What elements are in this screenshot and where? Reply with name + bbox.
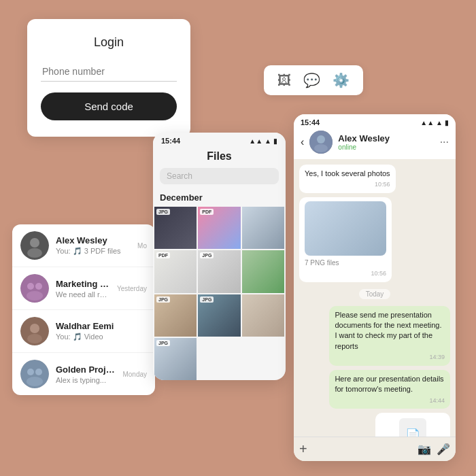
chat-status-icons: ▲▲ ▲ ▮ <box>420 118 449 126</box>
message-time: 10:56 <box>305 180 390 189</box>
file-thumb-8[interactable]: JPG <box>198 294 240 337</box>
avatar-marketing <box>20 274 49 303</box>
battery-icon: ▮ <box>273 137 277 145</box>
chat-icon[interactable]: 💬 <box>303 72 320 88</box>
file-thumb-10[interactable]: JPG <box>154 338 197 380</box>
files-search[interactable]: Search <box>160 168 279 184</box>
chat-meta: Yesterday <box>117 285 147 292</box>
today-divider: Today <box>359 289 391 299</box>
chat-name: Marketing Team <box>56 279 110 289</box>
files-title: Files <box>153 148 286 168</box>
file-thumb-9[interactable] <box>242 294 284 337</box>
chat-info-waldhar: Waldhar Eemi You: 🎵 Video <box>56 321 140 341</box>
chat-preview: We need all related documents, please se… <box>56 290 110 299</box>
contact-name: Alex Wesley <box>338 133 434 143</box>
plus-button[interactable]: + <box>299 441 307 457</box>
svg-point-4 <box>27 283 34 290</box>
image-thumbnail <box>305 201 386 256</box>
mic-icon[interactable]: 🎤 <box>437 443 450 456</box>
files-grid: JPG PDF PDF JPG JPG JPG JPG <box>153 207 286 380</box>
files-status-bar: 15:44 ▲▲ ▲ ▮ <box>153 133 286 148</box>
chat-preview: You: 🎵 Video <box>56 333 140 341</box>
chat-messages: Yes, I took several photos 10:56 7 PNG f… <box>294 159 456 437</box>
wifi-icon: ▲ <box>265 137 271 145</box>
svg-point-12 <box>35 369 42 375</box>
chat-list: Alex Wesley You: 🎵 3 PDF files Mo Market… <box>12 224 155 395</box>
message-text: Here are our presentation details for to… <box>335 374 445 395</box>
battery-icon: ▮ <box>445 119 449 126</box>
avatar-waldhar <box>20 317 49 345</box>
chat-name: Waldhar Eemi <box>56 321 140 331</box>
svg-point-15 <box>317 135 325 143</box>
chat-meta: Monday <box>122 371 147 378</box>
settings-icon[interactable]: ⚙️ <box>333 72 350 88</box>
send-code-button[interactable]: Send code <box>41 92 177 120</box>
camera-icon[interactable]: 📷 <box>418 443 431 456</box>
chat-top-bar: 15:44 ▲▲ ▲ ▮ ‹ Alex Wesley online ··· <box>294 114 456 159</box>
message-time: 14:44 <box>335 396 445 405</box>
signal-icon: ▲▲ <box>249 137 262 145</box>
chat-status-bar: 15:44 ▲▲ ▲ ▮ <box>301 118 449 126</box>
file-thumb-1[interactable]: JPG <box>154 207 197 249</box>
chat-input-icons: 📷 🎤 <box>418 443 450 456</box>
chat-contact-avatar <box>309 131 333 154</box>
message-text: Yes, I took several photos <box>305 169 390 179</box>
file-thumb-2[interactable]: PDF <box>198 207 240 249</box>
files-screen: 15:44 ▲▲ ▲ ▮ Files Search December JPG P… <box>153 133 286 380</box>
file-thumb-6[interactable] <box>242 250 284 292</box>
svg-point-5 <box>35 283 42 290</box>
message-text: Please send me presentation documents fo… <box>335 310 445 352</box>
chat-item-waldhar[interactable]: Waldhar Eemi You: 🎵 Video <box>12 310 155 353</box>
chat-info-golden: Golden Project Alex is typing... <box>56 364 116 384</box>
svg-point-16 <box>314 144 328 152</box>
chat-preview: You: 🎵 3 PDF files <box>56 247 131 256</box>
message-sent-file: 📄 3 PDF files 14:44 <box>375 413 450 437</box>
svg-point-1 <box>30 238 39 248</box>
chat-name: Alex Wesley <box>56 235 131 245</box>
message-received-1: Yes, I took several photos 10:56 <box>299 165 396 193</box>
chat-meta: Mo <box>137 242 147 250</box>
file-thumb-5[interactable]: JPG <box>198 250 240 292</box>
gallery-icon[interactable]: 🖼 <box>277 73 291 88</box>
file-thumb-4[interactable]: PDF <box>154 250 197 292</box>
chat-item-marketing[interactable]: Marketing Team We need all related docum… <box>12 267 155 310</box>
svg-point-8 <box>30 324 39 333</box>
icon-bar: 🖼 💬 ⚙️ <box>264 65 363 95</box>
wifi-icon: ▲ <box>436 119 443 126</box>
file-thumb-7[interactable]: JPG <box>154 294 197 337</box>
message-received-image: 7 PNG files 10:56 <box>299 197 392 282</box>
more-button[interactable]: ··· <box>440 136 449 148</box>
file-icon: 📄 <box>399 418 426 437</box>
chat-item-golden[interactable]: Golden Project Alex is typing... Monday <box>12 353 155 395</box>
avatar-alex <box>20 231 49 260</box>
message-sent-1: Please send me presentation documents fo… <box>329 306 450 366</box>
svg-point-2 <box>27 248 42 258</box>
message-sent-2: Here are our presentation details for to… <box>329 370 450 409</box>
chat-time: 15:44 <box>301 118 320 126</box>
chat-contact-info: Alex Wesley online <box>338 133 434 151</box>
login-title: Login <box>41 35 177 50</box>
chat-name: Golden Project <box>56 364 116 375</box>
signal-icon: ▲▲ <box>420 119 434 126</box>
files-time: 15:44 <box>161 137 180 145</box>
message-time: 14:39 <box>335 353 445 362</box>
svg-point-11 <box>27 369 34 375</box>
files-month: December <box>153 190 286 207</box>
chat-screen: 15:44 ▲▲ ▲ ▮ ‹ Alex Wesley online ··· Ye… <box>294 114 456 461</box>
avatar-golden <box>20 360 49 388</box>
chat-input-bar: + 📷 🎤 <box>294 437 456 461</box>
svg-point-6 <box>27 291 43 301</box>
back-button[interactable]: ‹ <box>301 136 304 148</box>
svg-point-9 <box>27 334 42 343</box>
login-card: Login Send code <box>27 19 190 137</box>
files-status-icons: ▲▲ ▲ ▮ <box>249 137 277 145</box>
chat-info-alex: Alex Wesley You: 🎵 3 PDF files <box>56 235 131 256</box>
phone-input[interactable] <box>41 62 177 82</box>
message-time: 10:56 <box>305 269 386 278</box>
contact-status: online <box>338 143 434 151</box>
chat-info-marketing: Marketing Team We need all related docum… <box>56 279 110 299</box>
file-thumb-3[interactable] <box>242 207 284 249</box>
chat-item-alex[interactable]: Alex Wesley You: 🎵 3 PDF files Mo <box>12 224 155 267</box>
chat-header: ‹ Alex Wesley online ··· <box>301 131 449 154</box>
chat-preview: Alex is typing... <box>56 376 116 384</box>
